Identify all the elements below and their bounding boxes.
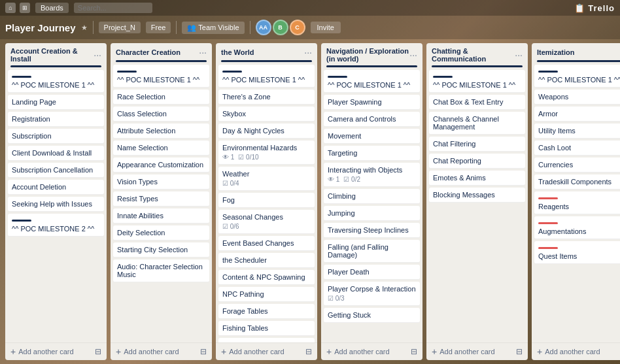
- search-input[interactable]: [74, 3, 152, 13]
- card[interactable]: Client Download & Install: [8, 146, 104, 161]
- add-card-button-chatting[interactable]: +Add another card⊟: [426, 342, 528, 360]
- column-menu-character[interactable]: ···: [199, 47, 207, 58]
- card[interactable]: Reagents: [534, 191, 620, 214]
- star-icon[interactable]: ★: [81, 24, 88, 32]
- column-menu-navigation[interactable]: ···: [409, 50, 417, 60]
- card[interactable]: Armor: [534, 107, 620, 122]
- card[interactable]: Chat Filtering: [429, 137, 525, 152]
- card[interactable]: Audio: Character Selection Music: [113, 259, 209, 282]
- card[interactable]: Blocking Messages: [429, 188, 525, 203]
- card-text: Targeting: [328, 149, 416, 157]
- card[interactable]: Deity Selection: [113, 225, 209, 240]
- board-area: Account Creation & Install···^^ POC MILE…: [0, 39, 620, 364]
- card[interactable]: Player Spawning: [324, 95, 420, 110]
- card[interactable]: Climbing: [324, 189, 420, 204]
- column-chatting: Chatting & Communication···^^ POC MILEST…: [426, 43, 528, 360]
- home-icon[interactable]: ⌂: [5, 3, 16, 13]
- card[interactable]: Class Selection: [113, 107, 209, 122]
- column-menu-account[interactable]: ···: [94, 50, 101, 60]
- card[interactable]: Subscription Cancellation: [8, 163, 104, 178]
- card[interactable]: Forage Tables: [218, 304, 315, 319]
- card[interactable]: Account Deletion: [8, 180, 104, 195]
- archive-icon[interactable]: ⊟: [95, 347, 101, 356]
- card[interactable]: Event Based Changes: [218, 236, 315, 251]
- add-card-button-itemization[interactable]: +Add another card⊟: [532, 342, 620, 360]
- boards-button[interactable]: Boards: [35, 3, 69, 13]
- card[interactable]: Name Selection: [113, 141, 209, 156]
- card[interactable]: Player Corpse & Interaction☑ 0/3: [324, 282, 420, 306]
- card[interactable]: Chat Box & Text Entry: [429, 95, 525, 110]
- card[interactable]: Player Death: [324, 265, 420, 280]
- add-card-button-world[interactable]: +Add another card⊟: [216, 342, 317, 360]
- add-card-button-character[interactable]: +Add another card⊟: [111, 342, 212, 360]
- card[interactable]: Tradeskill Components: [534, 174, 620, 190]
- add-card-button-navigation[interactable]: +Add another card⊟: [321, 342, 422, 360]
- grid-icon[interactable]: ⊞: [20, 3, 30, 13]
- card[interactable]: Channels & Channel Management: [429, 112, 525, 135]
- card-text: Subscription: [12, 132, 100, 140]
- card[interactable]: Traversing Steep Inclines: [324, 223, 420, 238]
- card[interactable]: Emotes & Anims: [429, 171, 525, 186]
- card[interactable]: ^^ POC MILESTONE 2 ^^: [8, 214, 104, 237]
- column-menu-chatting[interactable]: ···: [515, 50, 523, 60]
- card[interactable]: Resist Types: [113, 191, 209, 207]
- card[interactable]: Zoning: [218, 338, 315, 342]
- card[interactable]: Starting City Selection: [113, 242, 209, 257]
- column-account: Account Creation & Install···^^ POC MILE…: [5, 43, 107, 360]
- card[interactable]: Seasonal Changes☑ 0/6: [218, 210, 315, 234]
- card[interactable]: Content & NPC Spawning: [218, 270, 315, 285]
- card[interactable]: ^^ POC MILESTONE 1 ^^: [113, 65, 209, 88]
- card[interactable]: Vision Types: [113, 174, 209, 190]
- card[interactable]: Utility Items: [534, 124, 620, 139]
- card[interactable]: ^^ POC MILESTONE 1 ^^: [429, 70, 525, 93]
- card[interactable]: Fog: [218, 193, 315, 208]
- project-button[interactable]: Project_N: [99, 22, 141, 33]
- card[interactable]: Skybox: [218, 107, 315, 122]
- card[interactable]: Augmentations: [534, 216, 620, 239]
- card-text: Armor: [538, 110, 620, 118]
- card[interactable]: Seeking Help with Issues: [8, 197, 104, 212]
- free-button[interactable]: Free: [146, 22, 171, 33]
- card[interactable]: Falling (and Falling Damage): [324, 240, 420, 263]
- card[interactable]: Appearance Customization: [113, 157, 209, 173]
- card[interactable]: Interacting with Objects👁 1☑ 0/2: [324, 163, 420, 187]
- card[interactable]: ^^ POC MILESTONE 1 ^^: [324, 70, 420, 93]
- archive-icon[interactable]: ⊟: [411, 347, 417, 356]
- card[interactable]: Targeting: [324, 146, 420, 161]
- card[interactable]: Weapons: [534, 90, 620, 105]
- card[interactable]: Subscription: [8, 129, 104, 144]
- card[interactable]: ^^ POC MILESTONE 1 ^^: [534, 65, 620, 88]
- card[interactable]: ^^ POC MILESTONE 1 ^^: [218, 65, 315, 88]
- card[interactable]: Race Selection: [113, 90, 209, 105]
- card[interactable]: Currencies: [534, 157, 620, 173]
- card[interactable]: Getting Stuck: [324, 308, 420, 323]
- card[interactable]: the Scheduler: [218, 253, 315, 268]
- team-visible-button[interactable]: 👥 Team Visible: [182, 22, 244, 34]
- card[interactable]: Innate Abilities: [113, 208, 209, 223]
- card[interactable]: Registration: [8, 112, 104, 127]
- card-label: [538, 71, 558, 73]
- card[interactable]: Attribute Selection: [113, 124, 209, 139]
- card[interactable]: Fishing Tables: [218, 321, 315, 336]
- card[interactable]: ^^ POC MILESTONE 1 ^^: [8, 70, 104, 93]
- card[interactable]: Quest Items: [534, 241, 620, 264]
- archive-icon[interactable]: ⊟: [516, 347, 523, 356]
- card-text: Fog: [222, 196, 311, 204]
- archive-icon[interactable]: ⊟: [305, 347, 312, 356]
- column-character: Character Creation···^^ POC MILESTONE 1 …: [111, 43, 212, 360]
- card[interactable]: NPC Pathing: [218, 287, 315, 302]
- card[interactable]: Chat Reporting: [429, 154, 525, 169]
- archive-icon[interactable]: ⊟: [200, 347, 207, 356]
- card[interactable]: Jumping: [324, 206, 420, 221]
- card[interactable]: Landing Page: [8, 95, 104, 110]
- card[interactable]: Cash Loot: [534, 141, 620, 156]
- add-card-button-account[interactable]: +Add another card⊟: [5, 342, 107, 360]
- card[interactable]: Movement: [324, 129, 420, 144]
- column-menu-world[interactable]: ···: [304, 47, 312, 58]
- card[interactable]: Weather☑ 0/4: [218, 167, 315, 191]
- card[interactable]: Day & Night Cycles: [218, 124, 315, 139]
- card[interactable]: Camera and Controls: [324, 112, 420, 127]
- invite-button[interactable]: Invite: [311, 22, 341, 33]
- card[interactable]: There's a Zone: [218, 90, 315, 105]
- card[interactable]: Environmental Hazards👁 1☑ 0/10: [218, 141, 315, 165]
